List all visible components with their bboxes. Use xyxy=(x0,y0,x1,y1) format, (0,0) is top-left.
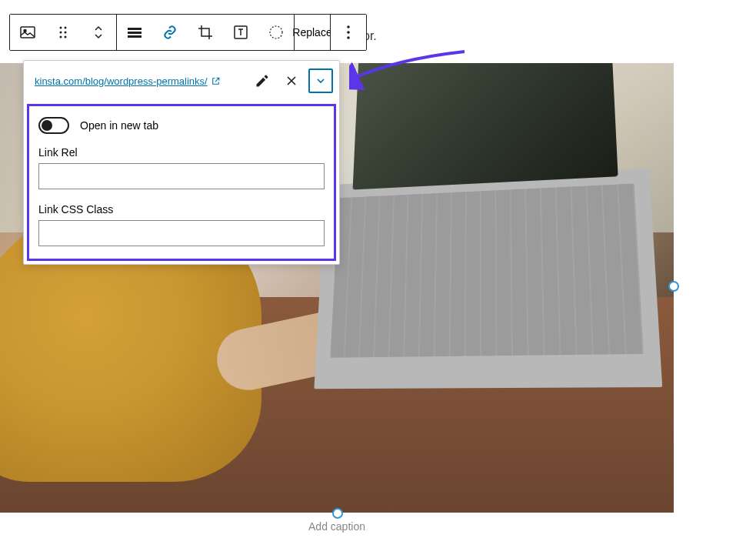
svg-point-4 xyxy=(60,32,62,34)
link-display-row: kinsta.com/blog/wordpress-permalinks/ xyxy=(24,61,339,101)
more-options-button[interactable] xyxy=(331,15,366,50)
chevron-down-icon xyxy=(315,75,327,87)
resize-handle-bottom[interactable] xyxy=(332,508,343,519)
resize-handle-right[interactable] xyxy=(668,281,679,292)
link-popover: kinsta.com/blog/wordpress-permalinks/ Op… xyxy=(23,60,340,265)
link-button[interactable] xyxy=(152,15,188,50)
crop-button[interactable] xyxy=(188,15,223,50)
image-content xyxy=(314,169,662,389)
remove-link-button[interactable] xyxy=(279,68,304,93)
svg-rect-10 xyxy=(128,35,142,38)
open-new-tab-row: Open in new tab xyxy=(38,117,325,134)
link-css-class-input[interactable] xyxy=(38,220,325,246)
block-type-button[interactable] xyxy=(10,15,45,50)
svg-point-7 xyxy=(65,36,67,38)
align-button[interactable] xyxy=(117,15,152,50)
text-overlay-button[interactable] xyxy=(223,15,258,50)
close-icon xyxy=(284,73,299,89)
svg-point-1 xyxy=(24,30,26,32)
edit-link-button[interactable] xyxy=(250,68,275,93)
drag-icon xyxy=(54,23,72,42)
duotone-button[interactable] xyxy=(258,15,294,50)
svg-point-6 xyxy=(60,36,62,38)
link-url[interactable]: kinsta.com/blog/wordpress-permalinks/ xyxy=(35,75,245,87)
link-rel-input[interactable] xyxy=(38,163,325,189)
caption-input[interactable]: Add caption xyxy=(0,520,674,533)
text-overlay-icon xyxy=(231,23,250,42)
image-icon xyxy=(18,23,37,42)
open-new-tab-toggle[interactable] xyxy=(38,117,69,134)
svg-point-12 xyxy=(270,26,282,38)
svg-point-14 xyxy=(347,31,350,34)
move-button[interactable] xyxy=(81,15,116,50)
link-settings-panel: Open in new tab Link Rel Link CSS Class xyxy=(27,104,336,261)
svg-point-15 xyxy=(347,36,350,39)
replace-button[interactable]: Replace xyxy=(295,15,330,50)
svg-rect-0 xyxy=(21,27,35,38)
link-icon xyxy=(161,23,179,42)
open-new-tab-label: Open in new tab xyxy=(80,119,158,132)
crop-icon xyxy=(196,23,215,42)
svg-rect-8 xyxy=(128,28,142,30)
svg-point-3 xyxy=(65,27,67,29)
link-settings-toggle[interactable] xyxy=(308,68,333,93)
toggle-knob xyxy=(42,120,52,131)
more-icon xyxy=(339,23,358,42)
link-rel-label: Link Rel xyxy=(38,146,325,159)
align-icon xyxy=(125,23,144,42)
svg-point-2 xyxy=(60,27,62,29)
move-icon xyxy=(89,23,108,42)
block-toolbar: Replace xyxy=(9,14,367,51)
external-link-icon xyxy=(211,76,221,86)
duotone-icon xyxy=(267,23,285,42)
drag-button[interactable] xyxy=(45,15,81,50)
svg-rect-9 xyxy=(128,32,142,34)
pencil-icon xyxy=(255,73,270,89)
link-url-text: kinsta.com/blog/wordpress-permalinks/ xyxy=(35,75,208,87)
link-css-class-label: Link CSS Class xyxy=(38,203,325,216)
svg-point-5 xyxy=(65,32,67,34)
svg-point-13 xyxy=(347,25,350,28)
